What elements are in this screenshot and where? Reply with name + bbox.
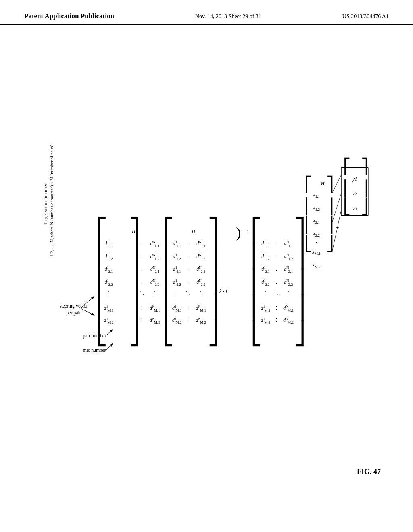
svg-text:⋮: ⋮	[274, 280, 279, 285]
svg-text:⎤: ⎤	[294, 216, 306, 243]
svg-text:⋮: ⋮	[274, 305, 279, 310]
page-header: Patent Application Publication Nov. 14, …	[0, 0, 413, 25]
publication-date: Nov. 14, 2013 Sheet 29 of 31	[195, 13, 261, 20]
svg-text:⋮: ⋮	[274, 318, 279, 322]
svg-text:⋮: ⋮	[274, 267, 279, 272]
svg-text:⋮: ⋮	[140, 267, 144, 272]
svg-text:⋮: ⋮	[263, 290, 268, 296]
svg-text:dN1,2: dN1,2	[196, 253, 206, 261]
svg-text:d11,1: d11,1	[261, 240, 270, 248]
mic-number-label: mic number	[83, 347, 106, 353]
svg-text:⋱: ⋱	[274, 291, 279, 295]
svg-text:⋮: ⋮	[186, 267, 190, 272]
svg-text:⎥: ⎥	[129, 243, 140, 269]
svg-text:⋮: ⋮	[175, 290, 179, 296]
svg-text:dNM,2: dNM,2	[283, 317, 294, 325]
svg-text:d12,1: d12,1	[261, 266, 270, 274]
svg-text:H: H	[321, 181, 325, 187]
svg-text:dN1,1: dN1,1	[196, 240, 206, 248]
svg-text:⎥: ⎥	[294, 268, 306, 295]
svg-text:⎡: ⎡	[163, 216, 174, 243]
svg-text:⎥: ⎥	[361, 179, 369, 197]
svg-text:dN1,2: dN1,2	[150, 253, 160, 261]
svg-text:⎥: ⎥	[208, 294, 219, 321]
svg-text:⎣: ⎣	[163, 320, 174, 347]
svg-text:⎦: ⎦	[294, 320, 306, 347]
svg-text:dNM,1: dNM,1	[196, 304, 206, 312]
svg-text:⎦: ⎦	[361, 197, 369, 215]
svg-text:d11,2: d11,2	[261, 253, 270, 261]
svg-line-1	[81, 308, 94, 315]
svg-text:⎡: ⎡	[96, 216, 108, 243]
svg-text:⎡: ⎡	[305, 175, 312, 193]
svg-text:y2: y2	[352, 191, 358, 196]
svg-text:dN2,1: dN2,1	[150, 266, 160, 274]
main-content: FIG. 47 Target source number 1,2, …, N, …	[0, 25, 413, 524]
svg-text:dN2,2: dN2,2	[196, 278, 206, 287]
target-source-range: 1,2, …, N, where N (number of sources) ≤…	[49, 144, 54, 257]
svg-text:dN2,2: dN2,2	[150, 278, 160, 287]
svg-text:H: H	[131, 229, 136, 234]
svg-text:⋮: ⋮	[140, 254, 144, 259]
svg-text:dN1,2: dN1,2	[284, 253, 293, 261]
svg-text:⋮: ⋮	[314, 240, 319, 245]
svg-text:⋮: ⋮	[274, 241, 279, 246]
svg-text:⎢: ⎢	[251, 268, 262, 295]
svg-text:H: H	[191, 229, 196, 234]
svg-text:⎣: ⎣	[96, 320, 108, 347]
svg-text:xM,1: xM,1	[312, 249, 321, 256]
svg-text:⋮: ⋮	[274, 254, 279, 259]
svg-text:⎢: ⎢	[251, 294, 262, 321]
svg-text:dNM,2: dNM,2	[196, 317, 206, 325]
svg-text:⋮: ⋮	[186, 254, 190, 259]
target-source-label: Target source number	[43, 183, 48, 225]
svg-text:⋮: ⋮	[140, 280, 144, 285]
svg-text:⎤: ⎤	[208, 216, 219, 243]
publication-title: Patent Application Publication	[24, 12, 114, 20]
svg-text:⎥: ⎥	[294, 243, 306, 269]
svg-text:+ λ · I: + λ · I	[215, 289, 227, 294]
svg-text:⎥: ⎥	[129, 294, 140, 321]
svg-text:⎣: ⎣	[343, 197, 351, 215]
svg-text:⎢: ⎢	[163, 268, 174, 295]
svg-text:⋮: ⋮	[186, 241, 190, 246]
svg-text:⎥: ⎥	[326, 197, 334, 216]
svg-text:⋮: ⋮	[186, 305, 190, 310]
svg-text:⋮: ⋮	[140, 305, 144, 310]
svg-text:dNM,2: dNM,2	[150, 317, 160, 325]
svg-text:⋮: ⋮	[186, 318, 190, 322]
svg-text:⎡: ⎡	[251, 216, 262, 243]
svg-text:⎢: ⎢	[251, 243, 262, 269]
svg-text:d12,2: d12,2	[261, 278, 270, 287]
svg-text:⎥: ⎥	[326, 216, 334, 234]
svg-text:dN2,1: dN2,1	[196, 266, 206, 274]
svg-text:⋮: ⋮	[186, 280, 190, 285]
per-pair-label: per pair	[66, 310, 81, 316]
svg-text:⎥: ⎥	[208, 243, 219, 269]
svg-text:⎥: ⎥	[294, 294, 306, 321]
svg-text:x2,2: x2,2	[313, 231, 320, 237]
svg-text:dNM,1: dNM,1	[150, 304, 160, 312]
svg-text:-1: -1	[245, 229, 249, 234]
svg-text:⋮: ⋮	[140, 241, 144, 246]
svg-text:⋮: ⋮	[152, 290, 157, 296]
svg-text:⎣: ⎣	[305, 235, 312, 252]
svg-text:⎢: ⎢	[305, 216, 312, 234]
svg-text:dN2,1: dN2,1	[284, 266, 293, 274]
svg-text:⎥: ⎥	[129, 268, 140, 295]
steering-vector-label: steering vector	[59, 303, 88, 309]
svg-text:d1M,1: d1M,1	[261, 304, 271, 312]
svg-text:dN2,2: dN2,2	[284, 278, 293, 287]
svg-text:⋮: ⋮	[198, 290, 203, 296]
patent-number: US 2013/304476 A1	[342, 13, 389, 20]
svg-text:⋮: ⋮	[140, 318, 144, 322]
svg-text:dN1,1: dN1,1	[284, 240, 293, 248]
svg-text:): )	[236, 224, 241, 241]
svg-text:⎡: ⎡	[343, 157, 351, 175]
svg-text:⎦: ⎦	[208, 320, 219, 347]
svg-text:x1,2: x1,2	[313, 205, 320, 212]
svg-text:⎢: ⎢	[343, 179, 351, 197]
svg-text:x1,1: x1,1	[313, 192, 320, 199]
svg-text:⎢: ⎢	[305, 197, 312, 216]
svg-text:dNM,1: dNM,1	[283, 304, 294, 312]
